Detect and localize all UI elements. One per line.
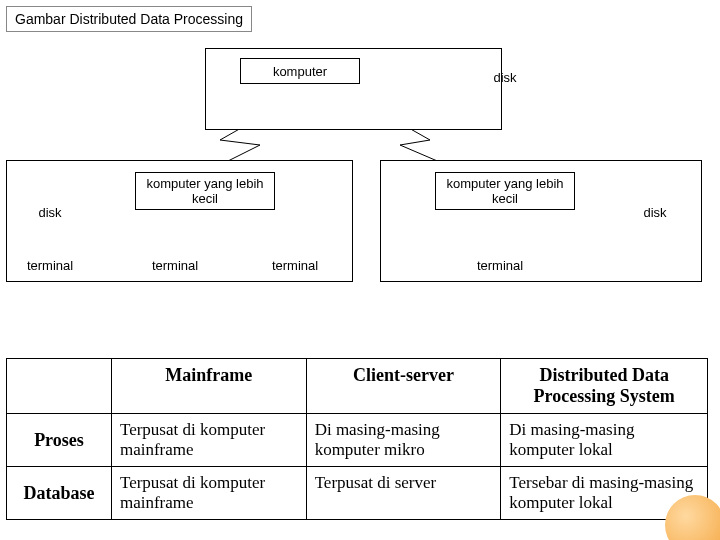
left-cpu-box: komputer yang lebih kecil (135, 172, 275, 210)
header-mainframe: Mainframe (111, 359, 306, 414)
comparison-table: Mainframe Client-server Distributed Data… (6, 358, 708, 520)
header-clientserver: Client-server (306, 359, 501, 414)
row-proses-c2: Di masing-masing komputer mikro (306, 414, 501, 467)
left-terminal2-label: terminal (145, 258, 205, 273)
right-terminal1-label: terminal (470, 258, 530, 273)
table-row: Proses Terpusat di komputer mainframe Di… (7, 414, 708, 467)
left-disk-label: disk (20, 205, 80, 220)
table-row: Database Terpusat di komputer mainframe … (7, 467, 708, 520)
row-database-c1: Terpusat di komputer mainframe (111, 467, 306, 520)
row-database-c2: Terpusat di server (306, 467, 501, 520)
left-terminal1-label: terminal (20, 258, 80, 273)
header-ddps: Distributed Data Processing System (501, 359, 708, 414)
top-komputer-box: komputer (240, 58, 360, 84)
left-terminal3-label: terminal (265, 258, 325, 273)
table-header-row: Mainframe Client-server Distributed Data… (7, 359, 708, 414)
row-proses-c1: Terpusat di komputer mainframe (111, 414, 306, 467)
row-database-head: Database (7, 467, 112, 520)
row-proses-head: Proses (7, 414, 112, 467)
top-disk-label: disk (475, 70, 535, 85)
right-cpu-box: komputer yang lebih kecil (435, 172, 575, 210)
header-empty (7, 359, 112, 414)
row-proses-c3: Di masing-masing komputer lokal (501, 414, 708, 467)
right-disk-label: disk (625, 205, 685, 220)
